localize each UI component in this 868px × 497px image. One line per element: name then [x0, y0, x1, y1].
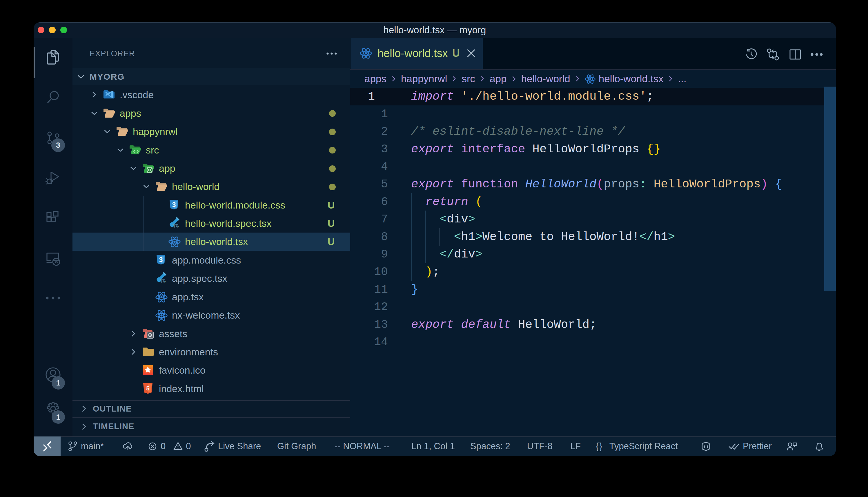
svg-text:5: 5: [146, 385, 149, 392]
svg-text:TS: TS: [160, 279, 166, 283]
svg-text:TS: TS: [174, 224, 179, 228]
svg-text:3: 3: [159, 256, 163, 264]
svg-text:3: 3: [172, 201, 176, 209]
